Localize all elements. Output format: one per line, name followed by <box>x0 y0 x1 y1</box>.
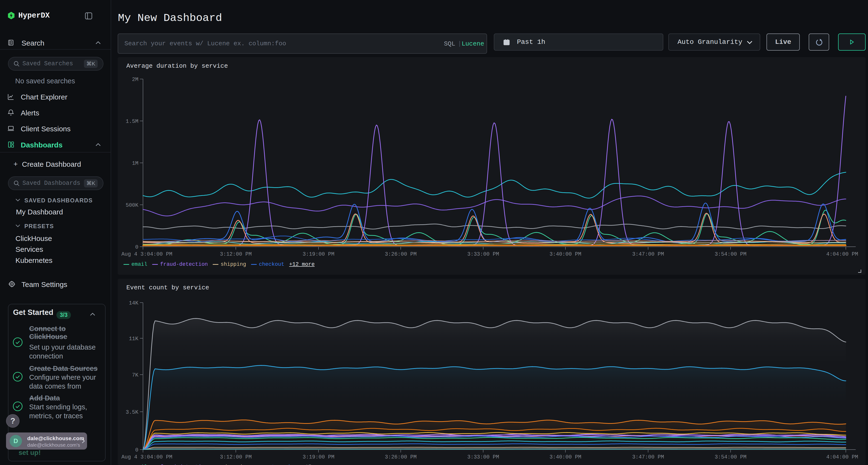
svg-text:500K: 500K <box>126 202 138 208</box>
svg-text:3:54:00 PM: 3:54:00 PM <box>715 454 746 460</box>
svg-text:3:33:00 PM: 3:33:00 PM <box>467 251 499 257</box>
svg-text:0: 0 <box>135 244 138 250</box>
svg-text:7K: 7K <box>132 372 138 378</box>
svg-text:3:26:00 PM: 3:26:00 PM <box>385 454 416 460</box>
svg-text:3:12:00 PM: 3:12:00 PM <box>220 454 252 460</box>
svg-text:Aug 4 3:04:00 PM: Aug 4 3:04:00 PM <box>121 251 172 257</box>
svg-text:3:19:00 PM: 3:19:00 PM <box>303 454 334 460</box>
svg-text:2M: 2M <box>132 77 138 82</box>
svg-text:3:33:00 PM: 3:33:00 PM <box>467 454 499 460</box>
svg-text:3.5K: 3.5K <box>126 409 138 416</box>
svg-text:3:40:00 PM: 3:40:00 PM <box>550 251 581 257</box>
svg-text:0: 0 <box>135 447 138 453</box>
svg-text:1M: 1M <box>132 161 138 166</box>
svg-text:3:26:00 PM: 3:26:00 PM <box>385 251 416 257</box>
svg-text:14K: 14K <box>129 300 138 306</box>
svg-text:11K: 11K <box>129 336 138 342</box>
svg-text:3:19:00 PM: 3:19:00 PM <box>303 251 334 257</box>
svg-text:3:47:00 PM: 3:47:00 PM <box>632 454 664 460</box>
svg-text:3:40:00 PM: 3:40:00 PM <box>550 454 581 460</box>
svg-text:3:54:00 PM: 3:54:00 PM <box>715 251 746 257</box>
svg-text:Aug 4 3:04:00 PM: Aug 4 3:04:00 PM <box>121 454 172 460</box>
svg-text:4:04:00 PM: 4:04:00 PM <box>826 454 858 460</box>
svg-text:4:04:00 PM: 4:04:00 PM <box>826 251 858 257</box>
svg-text:1.5M: 1.5M <box>126 119 138 125</box>
svg-text:3:12:00 PM: 3:12:00 PM <box>220 251 252 257</box>
svg-text:3:47:00 PM: 3:47:00 PM <box>632 251 664 257</box>
